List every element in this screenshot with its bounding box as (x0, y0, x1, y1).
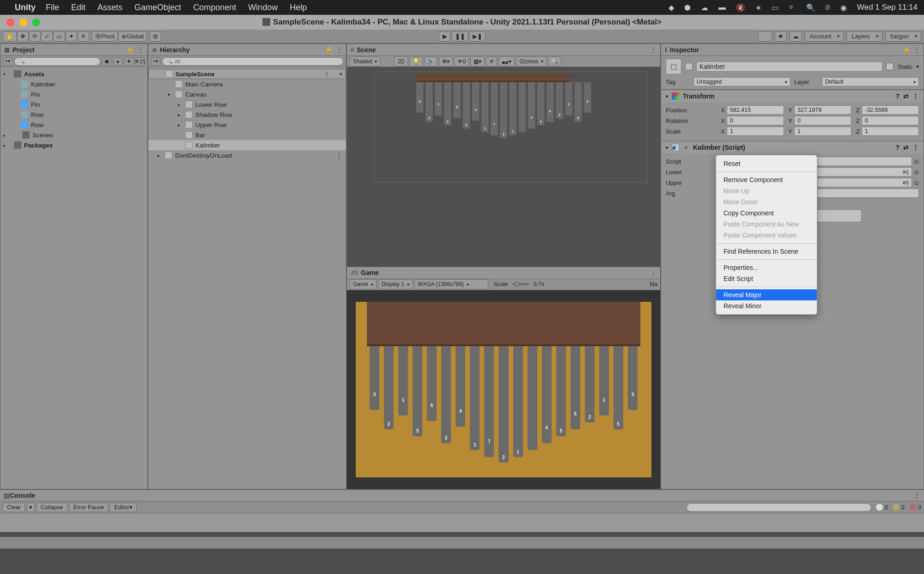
rotate-tool[interactable]: ⟳ (29, 31, 41, 42)
transform-tool[interactable]: ✦ (66, 31, 77, 42)
menu-component[interactable]: Component (193, 3, 236, 12)
custom-tool[interactable]: ✕ (78, 31, 89, 42)
control-center-icon[interactable]: ⎚ (826, 3, 830, 12)
console-error-count[interactable]: 0 (909, 504, 921, 511)
hierarchy-item[interactable]: ▾Canvas (148, 89, 346, 99)
inspector-tab[interactable]: ℹ Inspector 🔒⋮ (661, 44, 924, 56)
game-tab[interactable]: 🎮 Game ⋮ (347, 267, 660, 279)
component-enabled-checkbox[interactable]: ✓ (683, 144, 689, 151)
space-toggle[interactable]: ⊕ Global (118, 31, 147, 42)
menu-gameobject[interactable]: GameObject (134, 3, 181, 12)
kalimber-header[interactable]: ▾ # ✓ Kalimber (Script) ? ⇄ ⋮ (661, 141, 924, 153)
scale-y[interactable]: 1 (794, 127, 851, 136)
scale-x[interactable]: 1 (727, 127, 784, 136)
game-view[interactable]: 321562417214562153 (347, 290, 660, 489)
account-dropdown[interactable]: Account (805, 31, 844, 42)
snap-button[interactable]: ⊞ (150, 31, 161, 42)
asset-kalimber[interactable]: Kalimber (31, 81, 55, 88)
rect-tool[interactable]: ▭ (53, 31, 65, 42)
component-menu-icon[interactable]: ⋮ (912, 144, 919, 151)
hand-tool[interactable]: ✋ (3, 31, 17, 42)
scale-tool[interactable]: ⤢ (41, 31, 53, 42)
transform-header[interactable]: ▾ Transform ? ⇄ ⋮ (661, 90, 924, 102)
component-menu-icon[interactable]: ⋮ (912, 92, 919, 100)
position-y[interactable]: 327.1979 (794, 105, 851, 115)
console-warn-count[interactable]: 0 (893, 504, 905, 511)
panel-menu-icon[interactable]: ⋮ (914, 492, 920, 499)
scene-view[interactable]: 321562417214562153 (347, 67, 660, 266)
context-menu-item[interactable]: Reveal Major (716, 289, 817, 300)
scenes-folder[interactable]: Scenes (32, 132, 53, 139)
object-picker-icon[interactable]: ⊙ (914, 179, 919, 186)
position-z[interactable]: -32.5588 (862, 105, 919, 115)
layout-dropdown[interactable]: 5argon (885, 31, 921, 42)
project-tree[interactable]: Assets Kalimber Pin Pin Row Row Scenes P… (0, 67, 147, 489)
project-search[interactable]: 🔍 (14, 57, 100, 66)
packages-folder[interactable]: Packages (24, 142, 53, 149)
project-tab[interactable]: ▦ Project 🔒⋮ (0, 44, 147, 56)
search-button[interactable] (758, 31, 772, 42)
panel-lock-icon[interactable]: 🔒 (325, 46, 333, 53)
spotlight-icon[interactable]: 🔍 (806, 3, 815, 12)
mute-icon[interactable]: 🔇 (736, 3, 745, 12)
panel-menu-icon[interactable]: ⋮ (138, 46, 144, 53)
game-mode-dropdown[interactable]: Game (350, 279, 377, 289)
siri-icon[interactable]: ◉ (840, 3, 847, 12)
context-menu-item[interactable]: Remove Component (716, 174, 817, 185)
hierarchy-item[interactable]: ▸DontDestroyOnLoad⋮ (148, 150, 346, 160)
scene-search[interactable]: 🔍 (548, 56, 561, 67)
scene-menu-icon[interactable]: ⋮ (324, 71, 330, 78)
assets-folder[interactable]: Assets (24, 71, 44, 78)
console-editor-dropdown[interactable]: Editor ▾ (110, 503, 137, 512)
console-clear-dropdown[interactable]: ▾ (27, 503, 35, 512)
hierarchy-item[interactable]: Bar (148, 130, 346, 140)
hierarchy-item[interactable]: Kalimber (148, 140, 346, 150)
object-picker-icon[interactable]: ⊙ (914, 158, 919, 165)
scale-slider[interactable] (512, 283, 529, 285)
rotation-y[interactable]: 0 (794, 116, 851, 125)
rotation-z[interactable]: 0 (862, 116, 919, 125)
scene-fx-toggle[interactable]: ✼▾ (439, 56, 453, 67)
scene-hidden-toggle[interactable]: 👁0 (454, 56, 469, 67)
panel-menu-icon[interactable]: ⋮ (336, 46, 342, 53)
active-checkbox[interactable]: ✓ (685, 63, 693, 70)
pause-button[interactable]: ❚❚ (452, 31, 468, 42)
position-x[interactable]: 582.415 (727, 105, 784, 115)
flag-icon[interactable]: ▬ (718, 3, 726, 12)
console-errorpause-button[interactable]: Error Pause (69, 503, 109, 512)
context-menu-item[interactable]: Reveal Minor (716, 300, 817, 311)
cloud-icon[interactable]: ☁ (701, 3, 708, 12)
project-filter3[interactable]: ★ (124, 57, 134, 66)
tag-dropdown[interactable]: Untagged (693, 77, 790, 86)
static-checkbox[interactable] (886, 63, 894, 70)
console-info-count[interactable]: 0 (876, 504, 888, 511)
scene-tools-button[interactable]: ✕ (486, 56, 497, 67)
context-menu-item[interactable]: Properties... (716, 262, 817, 273)
step-button[interactable]: ▶❚ (469, 31, 486, 42)
panel-menu-icon[interactable]: ⋮ (650, 269, 657, 276)
shading-dropdown[interactable]: Shaded (350, 56, 380, 67)
context-menu-item[interactable]: Edit Script (716, 273, 817, 284)
game-resolution-dropdown[interactable]: WXGA (1366x768) (414, 279, 488, 289)
component-preset-icon[interactable]: ⇄ (903, 92, 909, 100)
hierarchy-item[interactable]: ▸Upper Row (148, 120, 346, 130)
project-add-button[interactable]: +▾ (3, 57, 12, 66)
hierarchy-tree[interactable]: SampleScene⋮Main Camera▾Canvas▸Lower Row… (148, 67, 346, 489)
play-button[interactable]: ▶ (439, 31, 451, 42)
layer-dropdown[interactable]: Default (822, 77, 919, 86)
scale-z[interactable]: 1 (862, 127, 919, 136)
hierarchy-item[interactable]: Main Camera (148, 79, 346, 89)
fold-icon[interactable]: ▾ (666, 94, 668, 99)
hierarchy-add-button[interactable]: +▾ (151, 57, 160, 66)
hierarchy-search[interactable]: 🔍 All (162, 57, 343, 66)
fold-icon[interactable]: ▾ (666, 145, 668, 150)
console-body[interactable] (0, 513, 924, 532)
menu-assets[interactable]: Assets (97, 3, 122, 12)
context-menu-item[interactable]: Reset (716, 158, 817, 169)
hierarchy-item[interactable]: ▸Shadow Row (148, 110, 346, 120)
panel-menu-icon[interactable]: ⋮ (650, 46, 657, 53)
menubar-clock[interactable]: Wed 1 Sep 11:14 (857, 3, 918, 12)
gameobject-icon[interactable]: ◻ (666, 59, 681, 74)
menu-help[interactable]: Help (290, 3, 307, 12)
panel-lock-icon[interactable]: 🔒 (127, 46, 134, 53)
